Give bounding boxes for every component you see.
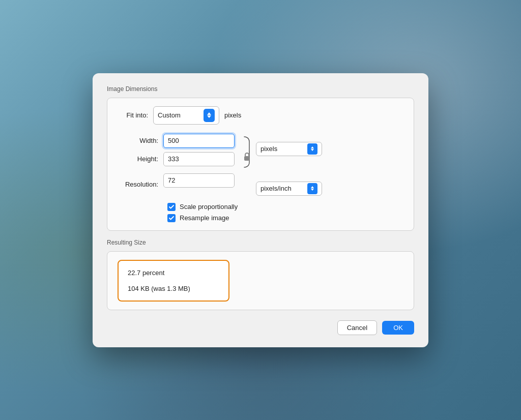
result-percent: 22.7 percent	[128, 269, 219, 277]
pixels-unit-value: pixels	[260, 145, 304, 153]
link-bracket-area	[235, 136, 254, 163]
image-dimensions-section-box: Fit into: Custom pixels Width: Height: R…	[107, 98, 414, 231]
unit-selects-column: pixels pixels/inch	[254, 134, 322, 196]
cancel-button[interactable]: Cancel	[337, 320, 377, 335]
scale-proportionally-checkbox[interactable]: Scale proportionally	[167, 203, 403, 211]
height-input[interactable]	[163, 152, 235, 166]
resample-image-label: Resample image	[180, 214, 229, 222]
result-inner-box: 22.7 percent 104 KB (was 1.3 MB)	[118, 260, 229, 302]
fit-into-stepper-up-icon	[207, 109, 211, 115]
result-size: 104 KB (was 1.3 MB)	[128, 285, 219, 292]
scale-proportionally-checkbox-box	[167, 203, 176, 211]
fit-into-label: Fit into:	[118, 111, 148, 119]
fit-into-pixels-label: pixels	[224, 111, 241, 119]
resolution-input[interactable]	[163, 173, 235, 188]
pixels-unit-select[interactable]: pixels	[256, 142, 322, 156]
resample-image-checkbox[interactable]: Resample image	[167, 214, 403, 222]
fit-into-row: Fit into: Custom pixels	[118, 106, 403, 125]
pixels-inch-unit-stepper[interactable]	[307, 183, 317, 194]
svg-rect-1	[244, 156, 249, 161]
pixels-inch-unit-stepper-up-icon	[311, 183, 314, 189]
scale-proportionally-label: Scale proportionally	[180, 203, 238, 211]
resulting-size-section-label: Resulting Size	[107, 239, 414, 246]
pixels-inch-unit-value: pixels/inch	[260, 185, 304, 192]
dialog-buttons-row: Cancel OK	[107, 320, 414, 335]
image-dimensions-dialog: Image Dimensions Fit into: Custom pixels	[93, 73, 428, 347]
width-label: Width:	[118, 134, 158, 148]
fit-into-stepper-down-icon	[207, 115, 211, 122]
resolution-label: Resolution:	[118, 177, 158, 192]
resulting-size-section-box: 22.7 percent 104 KB (was 1.3 MB)	[107, 251, 414, 310]
pixels-unit-stepper-up-icon	[311, 143, 314, 149]
field-labels-column: Width: Height: Resolution:	[118, 134, 163, 192]
dialog-overlay: Image Dimensions Fit into: Custom pixels	[0, 0, 521, 420]
fit-into-select-value: Custom	[158, 111, 200, 119]
pixels-inch-unit-stepper-down-icon	[311, 189, 314, 194]
pixels-unit-stepper-down-icon	[311, 149, 314, 155]
checkboxes-row: Scale proportionally Resample image	[167, 203, 403, 222]
image-dimensions-section-label: Image Dimensions	[107, 85, 414, 93]
fit-into-select[interactable]: Custom	[153, 106, 219, 125]
input-fields-column	[163, 134, 235, 188]
pixels-inch-unit-select[interactable]: pixels/inch	[256, 182, 322, 196]
ok-button[interactable]: OK	[382, 321, 414, 335]
height-label: Height:	[118, 152, 158, 166]
resample-image-checkbox-box	[167, 214, 176, 222]
width-input[interactable]	[163, 134, 235, 148]
lock-icon	[243, 152, 251, 163]
pixels-unit-stepper[interactable]	[307, 143, 317, 155]
fit-into-stepper[interactable]	[204, 109, 215, 122]
